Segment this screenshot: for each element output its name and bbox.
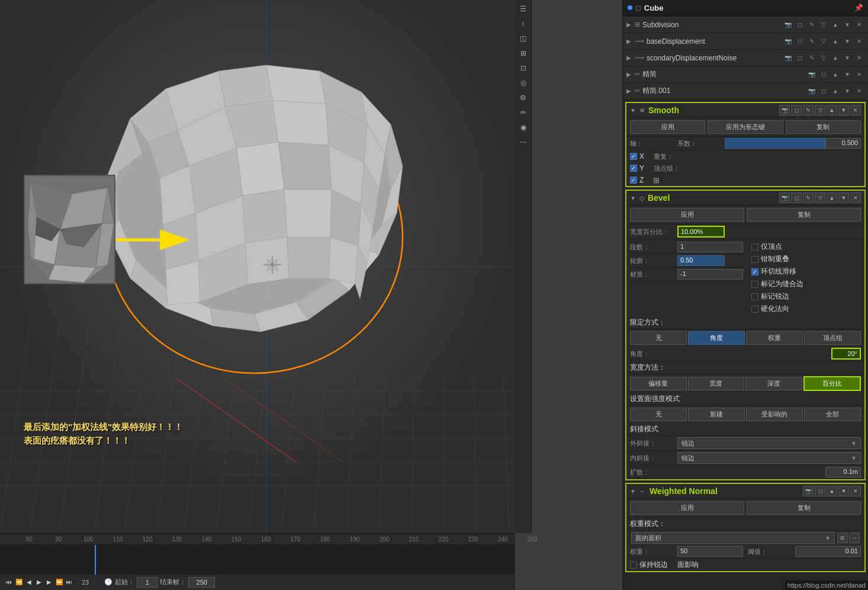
bevel-apply-btn[interactable]: 应用 [630, 208, 744, 222]
bevel-material-value[interactable]: -1 [677, 269, 743, 280]
smooth-factor-slider[interactable] [725, 138, 825, 149]
bevel-fs-all-btn[interactable]: 全部 [804, 408, 861, 421]
smooth-z-checkbox[interactable]: ✓ [630, 177, 637, 184]
tool-icon-4[interactable]: ⊡ [517, 62, 530, 75]
down-icon[interactable]: ▼ [842, 53, 853, 63]
wn-threshold-value[interactable]: 0.01 [795, 546, 861, 557]
smooth-edit-icon[interactable]: ✎ [803, 105, 814, 116]
edit-icon[interactable]: ✎ [806, 20, 817, 30]
smooth-up-icon[interactable]: ▲ [827, 105, 837, 116]
timeline-track[interactable] [0, 545, 515, 575]
bevel-width-depth-btn[interactable]: 深度 [745, 377, 802, 390]
modifier-basedisplacement[interactable]: ▶ ⟿ baseDisplacement 📷 ◻ ✎ ▽ ▲ ▼ ✕ [623, 33, 868, 50]
bevel-angle-value[interactable]: 20° [831, 348, 861, 360]
modifier-secondarydisplacement[interactable]: ▶ ⟿ scondaryDisplacementNoise 📷 ◻ ✎ ▽ ▲ … [623, 50, 868, 66]
bevel-fs-none-btn[interactable]: 无 [630, 408, 687, 421]
smooth-down-icon[interactable]: ▼ [838, 105, 849, 116]
modifier-subdivision[interactable]: ▶ ⊞ Subdivision 📷 ◻ ✎ ▽ ▲ ▼ ✕ [623, 17, 868, 33]
bevel-loop-cb[interactable]: ✓ [751, 268, 758, 275]
down-icon[interactable]: ▼ [842, 86, 853, 97]
camera-icon[interactable]: 📷 [783, 36, 793, 47]
smooth-filter-icon[interactable]: ▽ [815, 105, 825, 116]
playback-controls[interactable]: ⏮ ⏪ ◀ ▶ ▶ ⏩ ⏭ [5, 578, 73, 586]
bevel-edit-icon[interactable]: ✎ [803, 193, 814, 203]
wn-expand[interactable]: ▼ [630, 488, 636, 495]
properties-icon[interactable]: ☰ [517, 2, 530, 15]
tool-icon-7[interactable]: ✏ [517, 106, 530, 119]
up-icon[interactable]: ▲ [830, 36, 841, 47]
modifier-decimate-001[interactable]: ▶ ✂ 精简.001 📷 ◻ ▲ ▼ ✕ [623, 83, 868, 100]
bevel-harden-cb[interactable] [751, 306, 758, 313]
bevel-limit-vgroup-btn[interactable]: 顶点组 [804, 331, 861, 345]
edit-icon[interactable]: ✎ [806, 53, 817, 63]
modifier-decimate[interactable]: ▶ ✂ 精简 📷 ◻ ▲ ▼ ✕ [623, 66, 868, 83]
camera-icon[interactable]: 📷 [783, 53, 793, 63]
bevel-segments-value[interactable]: 1 [677, 242, 743, 252]
expand-icon[interactable]: ▶ [626, 71, 631, 78]
bevel-limit-weight-btn[interactable]: 权重 [746, 331, 803, 345]
viewport-3d[interactable]: 最后添加的"加权法线"效果特别好！！！ 表面的疙瘩都没有了！！！ [0, 0, 515, 533]
render-icon[interactable]: ◻ [818, 86, 829, 97]
bevel-outer-miter-dropdown[interactable]: 锐边 ▼ [677, 437, 861, 449]
close-icon[interactable]: ✕ [854, 20, 864, 30]
smooth-y-checkbox[interactable]: ✓ [630, 165, 637, 172]
wn-extra-icon-2[interactable]: → [849, 533, 860, 543]
bevel-width-pct-value[interactable]: 10.00% [677, 226, 725, 238]
expand-icon[interactable]: ▶ [626, 38, 631, 44]
tool-icon-8[interactable]: ◉ [517, 121, 530, 134]
bevel-down-icon[interactable]: ▼ [838, 193, 849, 203]
prev-frame-btn[interactable]: ◀ [25, 578, 33, 586]
bevel-width-pct-btn[interactable]: 百分比 [803, 376, 861, 391]
wn-apply-btn[interactable]: 应用 [630, 501, 744, 515]
wn-keep-sharp-cb[interactable] [630, 562, 637, 569]
bevel-clamp-cb[interactable] [751, 256, 758, 263]
wn-face-area-dropdown[interactable]: 面的面积 ▼ [631, 532, 835, 544]
bevel-inner-miter-dropdown[interactable]: 锐边 ▼ [677, 452, 861, 464]
up-icon[interactable]: ▲ [830, 20, 841, 30]
up-icon[interactable]: ▲ [830, 86, 841, 97]
bevel-width-offset-btn[interactable]: 偏移量 [630, 377, 687, 390]
smooth-x-checkbox[interactable]: ✓ [630, 153, 637, 160]
bevel-width-width-btn[interactable]: 宽度 [688, 377, 745, 390]
wn-down-icon[interactable]: ▼ [838, 486, 849, 496]
up-icon[interactable]: ▲ [830, 69, 841, 80]
frame-end-input[interactable] [188, 577, 215, 588]
close-icon[interactable]: ✕ [854, 36, 864, 47]
bevel-camera-icon[interactable]: 📷 [779, 193, 790, 203]
close-icon[interactable]: ✕ [854, 53, 864, 63]
bevel-sharp-cb[interactable] [751, 293, 758, 300]
smooth-close-icon[interactable]: ✕ [850, 105, 861, 116]
wn-render-icon[interactable]: ◻ [815, 486, 825, 496]
render-icon[interactable]: ◻ [795, 20, 805, 30]
tool-icon-6[interactable]: ⚙ [517, 91, 530, 104]
filter-icon[interactable]: ▽ [818, 53, 829, 63]
expand-icon[interactable]: ▶ [626, 88, 631, 94]
render-icon[interactable]: ◻ [795, 53, 805, 63]
bevel-spread-value[interactable]: 0.1m [825, 467, 861, 477]
close-icon[interactable]: ✕ [854, 69, 864, 80]
pin-icon[interactable]: 📌 [854, 4, 863, 12]
render-icon[interactable]: ◻ [795, 36, 805, 47]
camera-icon[interactable]: 📷 [806, 86, 817, 97]
expand-icon[interactable]: ▶ [626, 54, 631, 61]
bevel-limit-angle-btn[interactable]: 角度 [688, 331, 745, 345]
wn-up-icon[interactable]: ▲ [827, 486, 837, 496]
tool-icon-3[interactable]: ⊞ [517, 47, 530, 60]
jump-end-btn[interactable]: ⏭ [65, 578, 73, 586]
tool-icon-1[interactable]: ↕ [517, 17, 530, 30]
wn-weight-value[interactable]: 50 [677, 546, 743, 557]
bevel-vertices-cb[interactable] [751, 243, 758, 251]
filter-icon[interactable]: ▽ [818, 20, 829, 30]
down-icon[interactable]: ▼ [842, 36, 853, 47]
smooth-apply-btn[interactable]: 应用 [630, 120, 705, 134]
smooth-apply-shape-btn[interactable]: 应用为形态键 [708, 120, 783, 134]
bevel-close-icon[interactable]: ✕ [850, 193, 861, 203]
wn-extra-icon-1[interactable]: ⊞ [837, 533, 848, 543]
bevel-fs-new-btn[interactable]: 新建 [688, 408, 745, 421]
play-btn[interactable]: ▶ [35, 578, 43, 586]
down-icon[interactable]: ▼ [842, 20, 853, 30]
expand-icon[interactable]: ▶ [626, 21, 631, 28]
next-frame-btn[interactable]: ▶ [45, 578, 53, 586]
down-icon[interactable]: ▼ [842, 69, 853, 80]
tool-icon-5[interactable]: ◎ [517, 76, 530, 89]
